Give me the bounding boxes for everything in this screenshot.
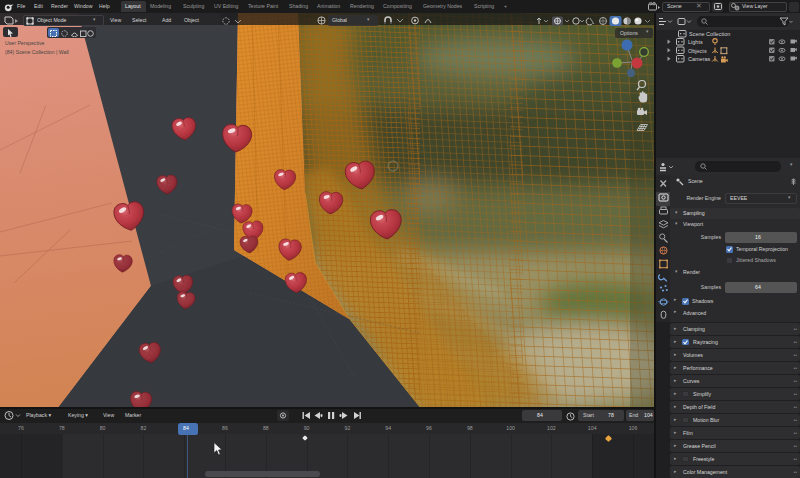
svg-text:Scene Collection: Scene Collection	[689, 31, 730, 37]
svg-text:Cameras: Cameras	[688, 56, 711, 62]
svg-text:Objects: Objects	[688, 48, 707, 54]
svg-text:Lights: Lights	[688, 39, 703, 45]
